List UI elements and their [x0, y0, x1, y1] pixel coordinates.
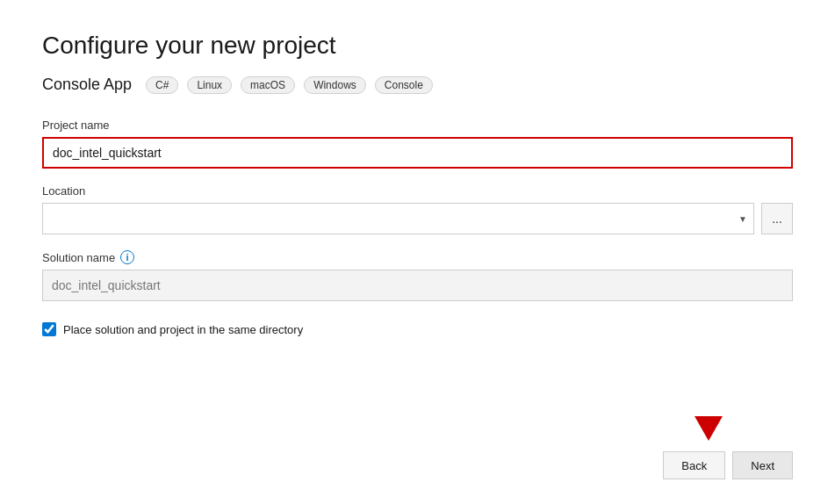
next-button[interactable]: Next	[732, 451, 793, 479]
same-directory-checkbox-row: Place solution and project in the same d…	[42, 322, 793, 336]
tag-windows: Windows	[304, 76, 366, 94]
red-arrow-down-icon	[695, 416, 723, 441]
footer: Back Next	[42, 437, 793, 479]
tag-console: Console	[375, 76, 433, 94]
same-directory-checkbox[interactable]	[42, 322, 56, 336]
same-directory-label: Place solution and project in the same d…	[63, 323, 303, 336]
location-label: Location	[42, 184, 793, 198]
tag-linux: Linux	[187, 76, 232, 94]
app-type-label: Console App	[42, 76, 132, 94]
project-name-input[interactable]	[42, 137, 793, 169]
info-icon: i	[120, 250, 134, 264]
solution-name-group: Solution name i	[42, 250, 793, 301]
solution-name-label: Solution name i	[42, 250, 793, 264]
location-select[interactable]	[42, 203, 754, 234]
tag-csharp: C#	[146, 76, 178, 94]
project-name-group: Project name	[42, 119, 793, 169]
configure-project-dialog: Configure your new project Console App C…	[0, 0, 835, 504]
tag-macos: macOS	[241, 76, 295, 94]
app-type-row: Console App C# Linux macOS Windows Conso…	[42, 76, 793, 94]
browse-button[interactable]: ...	[761, 203, 793, 234]
location-group: Location ▼ ...	[42, 184, 793, 234]
location-row: ▼ ...	[42, 203, 793, 234]
next-arrow-indicator	[695, 416, 723, 441]
project-name-label: Project name	[42, 119, 793, 132]
back-button[interactable]: Back	[663, 451, 725, 479]
page-title: Configure your new project	[42, 32, 793, 60]
location-select-wrapper: ▼	[42, 203, 754, 234]
solution-name-input[interactable]	[42, 270, 793, 301]
